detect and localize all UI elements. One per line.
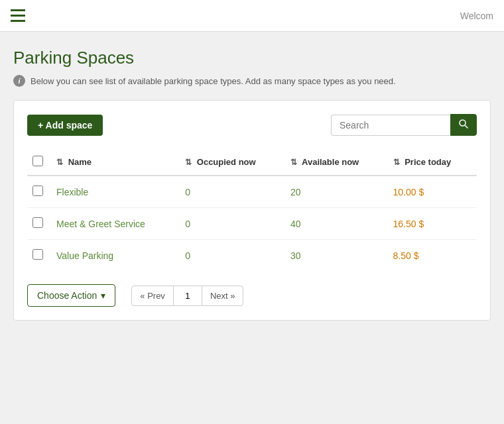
row-checkbox-0[interactable] (32, 186, 43, 196)
row-checkbox-cell (27, 240, 51, 272)
pagination: « Prev Next » (131, 286, 243, 306)
row-name-2: Value Parking (51, 240, 180, 272)
page-title: Parking Spaces (13, 48, 491, 68)
row-price-2: 8.50 $ (388, 240, 477, 272)
search-input[interactable] (331, 115, 450, 136)
sort-icon-occupied: ⇅ (185, 158, 192, 167)
row-available-2: 30 (285, 240, 388, 272)
topbar: Welcom (0, 0, 504, 32)
welcome-text: Welcom (460, 11, 493, 21)
select-all-checkbox[interactable] (32, 156, 43, 166)
table-row: Value Parking 0 30 8.50 $ (27, 240, 477, 272)
row-name-1: Meet & Greet Service (51, 208, 180, 240)
choose-action-caret: ▾ (101, 290, 105, 301)
footer-bar: Choose Action ▾ « Prev Next » (27, 284, 477, 307)
row-available-1: 40 (285, 208, 388, 240)
hamburger-menu[interactable] (11, 9, 25, 22)
toolbar: + Add space (27, 114, 477, 136)
row-occupied-0: 0 (180, 176, 285, 208)
col-price: ⇅ Price today (388, 149, 477, 176)
search-wrapper (331, 114, 477, 136)
row-occupied-2: 0 (180, 240, 285, 272)
col-available: ⇅ Available now (285, 149, 388, 176)
row-name-0: Flexible (51, 176, 180, 208)
row-checkbox-1[interactable] (32, 217, 43, 228)
row-available-0: 20 (285, 176, 388, 208)
search-button[interactable] (450, 114, 477, 136)
row-occupied-1: 0 (180, 208, 285, 240)
col-name: ⇅ Name (51, 149, 180, 176)
svg-point-0 (460, 120, 466, 126)
sort-icon-price: ⇅ (393, 158, 400, 167)
card: + Add space ⇅ (13, 100, 491, 321)
add-space-button[interactable]: + Add space (27, 115, 103, 136)
prev-page-button[interactable]: « Prev (131, 286, 174, 306)
sort-icon-available: ⇅ (290, 158, 297, 167)
table-row: Flexible 0 20 10.00 $ (27, 176, 477, 208)
choose-action-button[interactable]: Choose Action ▾ (27, 284, 115, 307)
choose-action-label: Choose Action (37, 290, 97, 301)
row-checkbox-cell (27, 208, 51, 240)
svg-line-1 (466, 126, 468, 129)
row-price-0: 10.00 $ (388, 176, 477, 208)
select-all-header (27, 149, 51, 176)
info-icon: i (13, 75, 25, 87)
info-text: Below you can see list of available park… (31, 76, 396, 86)
page-input[interactable] (174, 286, 202, 306)
parking-table: ⇅ Name ⇅ Occupied now ⇅ Available now ⇅ … (27, 149, 477, 271)
info-bar: i Below you can see list of available pa… (13, 75, 491, 87)
table-row: Meet & Greet Service 0 40 16.50 $ (27, 208, 477, 240)
row-price-1: 16.50 $ (388, 208, 477, 240)
row-checkbox-2[interactable] (32, 249, 43, 260)
search-icon (459, 119, 468, 129)
sort-icon-name: ⇅ (56, 158, 63, 167)
row-checkbox-cell (27, 176, 51, 208)
main-content: Parking Spaces i Below you can see list … (0, 32, 504, 337)
next-page-button[interactable]: Next » (202, 286, 244, 306)
col-occupied: ⇅ Occupied now (180, 149, 285, 176)
